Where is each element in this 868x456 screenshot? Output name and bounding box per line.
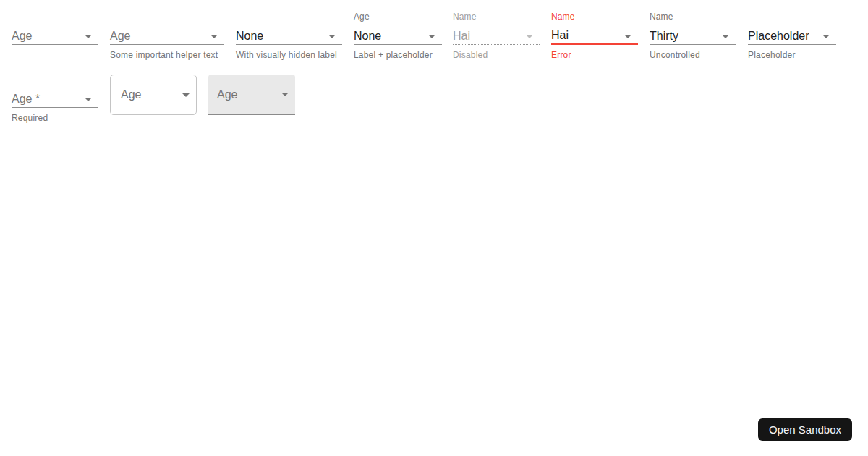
helper-text: Required xyxy=(12,114,48,122)
dropdown-arrow-icon xyxy=(526,35,533,38)
dropdown-arrow-icon xyxy=(428,35,435,38)
dropdown-arrow-icon xyxy=(85,98,92,101)
select-disabled-input: Hai xyxy=(453,28,540,45)
select-value: None xyxy=(236,30,263,43)
dropdown-arrow-icon xyxy=(822,35,830,38)
helper-text: Some important helper text xyxy=(110,51,218,59)
dropdown-arrow-icon xyxy=(624,35,631,38)
input-label: Name xyxy=(453,12,476,21)
helper-text: Placeholder xyxy=(748,51,796,59)
select-filled[interactable]: Age xyxy=(208,75,295,115)
select-value: Thirty xyxy=(650,30,678,43)
helper-text: Uncontrolled xyxy=(650,51,700,59)
dropdown-arrow-icon xyxy=(182,93,190,97)
helper-text: Label + placeholder xyxy=(354,51,433,59)
select-outlined[interactable]: Age xyxy=(110,75,197,115)
select-value: Age xyxy=(110,30,130,43)
select-value: Hai xyxy=(551,29,569,42)
dropdown-arrow-icon xyxy=(722,35,729,38)
input-label: Age xyxy=(354,12,370,21)
dropdown-arrow-icon xyxy=(328,35,336,38)
dropdown-arrow-icon xyxy=(281,93,289,96)
select-helper-text-input[interactable]: Age xyxy=(110,28,224,45)
select-value: Age * xyxy=(12,93,40,106)
select-error-input[interactable]: Hai xyxy=(551,28,638,45)
select-required-input[interactable]: Age * xyxy=(12,90,98,108)
helper-text: Error xyxy=(551,51,571,59)
input-label: Name xyxy=(551,12,574,21)
select-value: Age xyxy=(12,30,32,43)
select-hidden-label-input[interactable]: None xyxy=(236,28,342,45)
dropdown-arrow-icon xyxy=(210,35,218,38)
helper-text: With visually hidden label xyxy=(236,51,337,59)
select-value: Age xyxy=(121,88,141,101)
select-uncontrolled-input[interactable]: Thirty xyxy=(650,28,736,45)
select-age-basic-input[interactable]: Age xyxy=(12,28,98,45)
select-value: Age xyxy=(217,88,237,101)
dropdown-arrow-icon xyxy=(85,35,92,38)
select-label-placeholder-input[interactable]: None xyxy=(354,28,442,45)
select-value: None xyxy=(354,30,381,43)
helper-text: Disabled xyxy=(453,51,488,59)
select-demo-page: Age Age Some important helper text None … xyxy=(0,0,868,456)
select-value: Placeholder xyxy=(748,30,809,43)
select-placeholder-input[interactable]: Placeholder xyxy=(748,28,836,45)
select-value: Hai xyxy=(453,30,470,43)
open-sandbox-button[interactable]: Open Sandbox xyxy=(758,418,852,441)
input-label: Name xyxy=(650,12,673,21)
